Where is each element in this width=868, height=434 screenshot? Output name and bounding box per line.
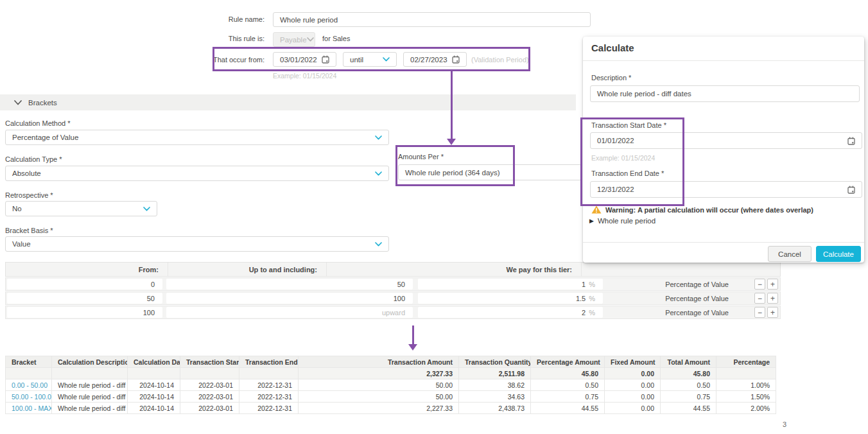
tier-method-label: Percentage of Value (603, 295, 754, 302)
dialog-footer-divider (583, 242, 864, 243)
tier-row: 100 upward 2% Percentage of Value − + (5, 306, 781, 319)
results-row: 0.00 - 50.00 Whole rule period - diff da… (6, 379, 776, 391)
result-cell: 2.00% (716, 403, 776, 414)
summary-cell (239, 368, 299, 379)
rate-unit: % (589, 281, 595, 288)
calendar-icon[interactable] (452, 55, 460, 64)
tier-table: From: Up to and including: We pay for th… (5, 262, 781, 319)
bracket-link[interactable]: 100.00 - MAX (6, 403, 52, 414)
dialog-divider (583, 60, 864, 61)
result-cell: 2024-10-14 (128, 403, 180, 414)
transaction-start-date-field[interactable]: 01/01/2022 (590, 132, 862, 149)
summary-cell: 45.80 (661, 368, 716, 379)
occur-end-date-value: 02/27/2023 (410, 56, 452, 64)
retrospective-select[interactable]: No (5, 201, 157, 216)
bracket-basis-value: Value (12, 240, 375, 248)
summary-cell (52, 368, 128, 379)
rule-is-value: Payable (280, 36, 307, 44)
column-header: Transaction Quantity (459, 356, 531, 368)
amounts-per-label: Amounts Per * (398, 153, 444, 161)
up-to-input[interactable]: upward (166, 307, 413, 318)
chevron-down-icon (307, 37, 314, 42)
results-summary-row: 2,327.33 2,511.98 45.80 0.00 45.80 (6, 368, 776, 379)
calculation-type-label: Calculation Type * (5, 155, 62, 163)
brackets-section-header[interactable]: Brackets (0, 94, 576, 110)
retrospective-value: No (12, 205, 143, 213)
rate-input[interactable]: 1.5% (418, 293, 603, 304)
from-value: 100 (143, 309, 155, 317)
warning-text: Warning: A partial calculation will occu… (605, 206, 813, 214)
occur-end-date-field[interactable]: 02/27/2023 (403, 52, 467, 67)
remove-tier-button[interactable]: − (754, 293, 765, 304)
we-pay-header: We pay for this tier: (327, 263, 582, 276)
summary-cell (180, 368, 239, 379)
from-input[interactable]: 100 (7, 307, 162, 318)
whole-rule-period-expander[interactable]: ▶ Whole rule period (589, 217, 655, 225)
add-tier-button[interactable]: + (767, 307, 778, 318)
page-number: 3 (783, 421, 786, 428)
brackets-section-title: Brackets (28, 99, 57, 107)
remove-tier-button[interactable]: − (754, 307, 765, 318)
calculate-button[interactable]: Calculate (816, 246, 861, 262)
calculation-method-label: Calculation Method * (5, 119, 71, 127)
summary-cell (128, 368, 180, 379)
up-to-input[interactable]: 50 (166, 279, 413, 290)
column-header: Calculation Description (52, 356, 128, 368)
rate-value: 1 (582, 281, 586, 288)
amounts-per-input[interactable]: Whole rule period (364 days) (398, 164, 582, 180)
tier-table-header: From: Up to and including: We pay for th… (5, 262, 781, 277)
occur-start-date-field[interactable]: 03/01/2022 (273, 52, 336, 67)
annotation-arrow-head (408, 344, 417, 351)
calculate-dialog: Calculate Description * Whole rule perio… (583, 37, 864, 263)
column-header: Total Amount (661, 356, 716, 368)
add-tier-button[interactable]: + (767, 293, 778, 304)
chevron-down-icon (375, 135, 382, 140)
result-cell: 2022-12-31 (239, 379, 299, 391)
transaction-start-date-label: Transaction Start Date * (591, 121, 666, 129)
column-header: Bracket (6, 356, 52, 368)
calendar-icon[interactable] (847, 186, 855, 194)
result-cell: 0.00 (605, 403, 661, 414)
calculation-type-select[interactable]: Absolute (5, 166, 389, 181)
rule-is-select: Payable (273, 32, 315, 47)
rule-name-input[interactable]: Whole rule period (273, 12, 591, 27)
date-example-hint: Example: 01/15/2024 (273, 72, 336, 80)
dialog-title: Calculate (591, 42, 634, 53)
up-to-input[interactable]: 100 (166, 293, 413, 304)
remove-tier-button[interactable]: − (754, 279, 765, 290)
rule-is-suffix: for Sales (322, 35, 350, 42)
results-row: 50.00 - 100.00 Whole rule period - diff … (6, 391, 776, 403)
calculation-method-select[interactable]: Percentage of Value (5, 130, 389, 145)
rate-input[interactable]: 2% (418, 307, 603, 318)
range-connector-select[interactable]: until (343, 52, 397, 67)
column-header: Transaction Amount (299, 356, 459, 368)
bracket-basis-select[interactable]: Value (5, 236, 389, 252)
calendar-icon[interactable] (847, 137, 855, 145)
result-cell: 0.00 (605, 379, 661, 391)
column-header: Calculation Date (128, 356, 180, 368)
calculation-method-value: Percentage of Value (12, 134, 375, 141)
bracket-link[interactable]: 50.00 - 100.00 (6, 391, 52, 403)
from-input[interactable]: 50 (7, 293, 162, 304)
transaction-end-date-field[interactable]: 12/31/2022 (590, 181, 862, 198)
expand-triangle-icon[interactable]: ▶ (589, 218, 594, 224)
from-input[interactable]: 0 (7, 279, 162, 290)
bracket-link[interactable]: 0.00 - 50.00 (6, 379, 52, 391)
collapse-chevron-icon[interactable] (14, 100, 22, 105)
date-example-hint: Example: 01/15/2024 (591, 154, 655, 162)
up-to-value: 100 (394, 295, 405, 302)
actions-header (582, 263, 780, 276)
add-tier-button[interactable]: + (767, 279, 778, 290)
result-cell: 1.00% (716, 379, 776, 391)
result-cell: 50.00 (299, 391, 459, 403)
description-input[interactable]: Whole rule period - diff dates (590, 85, 860, 102)
up-to-value: 50 (397, 281, 405, 288)
rate-value: 1.5 (576, 295, 586, 302)
occur-start-date-value: 03/01/2022 (280, 56, 322, 64)
rate-input[interactable]: 1% (418, 279, 603, 290)
occur-from-label: That occur from: (194, 56, 265, 64)
result-cell: Whole rule period - diff dates (52, 379, 128, 391)
calendar-icon[interactable] (322, 55, 329, 64)
cancel-button[interactable]: Cancel (768, 246, 812, 262)
column-header: Percentage Amount (531, 356, 605, 368)
